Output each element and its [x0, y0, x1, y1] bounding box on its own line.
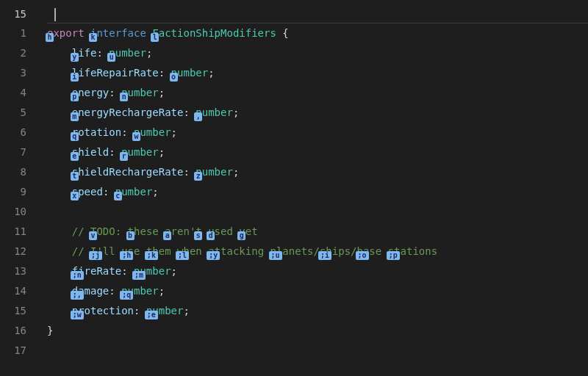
jump-hint[interactable]: unumber: [109, 43, 146, 63]
code-line[interactable]: hexport kinterface lFactionShipModifiers…: [47, 24, 588, 43]
fold-separator: [47, 4, 588, 24]
jump-hint[interactable]: ;,damage: [72, 281, 110, 301]
code-line[interactable]: // ;jI'll ;huse ;kthem ;lwhen ;yattackin…: [47, 242, 588, 261]
jump-hint[interactable]: ;yattacking: [208, 242, 270, 261]
text-cursor: [54, 8, 56, 21]
jump-hint[interactable]: hexport: [47, 24, 85, 43]
jump-hint[interactable]: ;huse: [121, 242, 146, 261]
jump-hint[interactable]: ilifeRepairRate: [72, 63, 159, 83]
jump-hint[interactable]: bthese: [128, 222, 165, 242]
jump-hint[interactable]: qrotation: [72, 123, 121, 142]
jump-hint[interactable]: lFactionShipModifiers: [152, 24, 276, 43]
code-area[interactable]: hexport kinterface lFactionShipModifiers…: [40, 0, 588, 376]
jump-hint[interactable]: wnumber: [134, 123, 171, 142]
jump-hint[interactable]: ;enumber: [146, 301, 184, 321]
jump-hint[interactable]: menergyRechargeRate: [72, 103, 184, 123]
jump-hint[interactable]: ;lwhen: [177, 242, 208, 261]
code-line[interactable]: [47, 341, 588, 361]
jump-hint[interactable]: gyet: [239, 222, 257, 242]
code-line[interactable]: qrotation: wnumber;: [47, 123, 588, 142]
jump-hint[interactable]: onumber: [171, 63, 209, 83]
code-line[interactable]: ;,damage: ;qnumber;: [47, 281, 588, 301]
top-line-number: 15: [9, 4, 26, 24]
code-line[interactable]: xspeed: cnumber;: [47, 182, 588, 202]
code-line[interactable]: // vTODO: bthese aaren'st dused gyet: [47, 222, 588, 242]
jump-hint[interactable]: penergy: [72, 83, 110, 103]
code-line[interactable]: ;nfireRate: ;mnumber;: [47, 261, 588, 281]
code-line[interactable]: penergy: nnumber;: [47, 83, 588, 103]
jump-hint[interactable]: ;obase: [357, 242, 388, 261]
jump-hint[interactable]: aaren': [165, 222, 196, 242]
jump-hint[interactable]: ylife: [72, 43, 97, 63]
code-line[interactable]: menergyRechargeRate: ,number;: [47, 103, 588, 123]
jump-hint[interactable]: ;mnumber: [134, 261, 171, 281]
jump-hint[interactable]: dused: [208, 222, 239, 242]
jump-hint[interactable]: cnumber: [115, 182, 153, 202]
jump-hint[interactable]: ;kthem: [146, 242, 177, 261]
jump-hint[interactable]: kinterface: [90, 24, 146, 43]
jump-hint[interactable]: ;iships/: [320, 242, 357, 261]
jump-hint[interactable]: vTODO:: [90, 222, 128, 242]
code-line[interactable]: eshield: rnumber;: [47, 142, 588, 162]
jump-hint[interactable]: ;jI'll: [90, 242, 121, 261]
code-line[interactable]: ;wprotection: ;enumber;: [47, 301, 588, 321]
jump-hint[interactable]: ;wprotection: [72, 301, 134, 321]
jump-hint[interactable]: ;nfireRate: [72, 261, 121, 281]
code-line[interactable]: tshieldRechargeRate: znumber;: [47, 162, 588, 182]
jump-hint[interactable]: ,number: [196, 103, 233, 123]
jump-hint[interactable]: tshieldRechargeRate: [72, 162, 184, 182]
jump-hint[interactable]: ;qnumber: [121, 281, 159, 301]
jump-hint[interactable]: nnumber: [121, 83, 159, 103]
jump-hint[interactable]: znumber: [196, 162, 233, 182]
jump-hint[interactable]: xspeed: [72, 182, 103, 202]
jump-hint[interactable]: rnumber: [121, 142, 159, 162]
jump-hint[interactable]: ;uplanets/: [270, 242, 320, 261]
code-line[interactable]: [47, 202, 588, 222]
line-number-gutter: 15 1 2 3 4 5 6 7 8 9 10 11 12 13 14 15 1…: [0, 0, 40, 376]
code-line[interactable]: }: [47, 321, 588, 341]
code-editor: 15 1 2 3 4 5 6 7 8 9 10 11 12 13 14 15 1…: [0, 0, 588, 376]
jump-hint[interactable]: ;pstations: [388, 242, 437, 261]
code-line[interactable]: ylife: unumber;: [47, 43, 588, 63]
code-line[interactable]: ilifeRepairRate: onumber;: [47, 63, 588, 83]
jump-hint[interactable]: eshield: [72, 142, 110, 162]
